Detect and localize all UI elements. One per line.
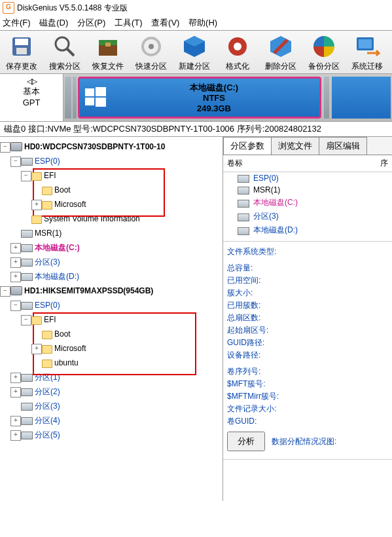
expand-icon[interactable]: +	[10, 243, 21, 253]
partition-list-item[interactable]: 本地磁盘(D:)	[223, 223, 392, 237]
collapse-icon[interactable]: −	[21, 315, 31, 325]
partition-icon	[21, 230, 33, 238]
tree-disk-hd1[interactable]: HD1:HIKSEMIT9MAXPSSD(954GB)	[24, 286, 153, 295]
prop-used-clusters: 已用簇数:	[223, 299, 392, 312]
partition-icon	[238, 175, 249, 183]
collapse-icon[interactable]: −	[0, 142, 10, 153]
analyze-button[interactable]: 分析	[227, 432, 265, 451]
disk-layout-bar: ◁▷ 基本 GPT 本地磁盘(C:) NTFS 249.3GB	[0, 74, 392, 122]
disk-map[interactable]: 本地磁盘(C:) NTFS 249.3GB	[63, 74, 392, 121]
partition-icon	[238, 213, 249, 221]
collapse-icon[interactable]: −	[21, 171, 31, 181]
partition-icon	[21, 417, 33, 425]
tab-partition-params[interactable]: 分区参数	[223, 137, 272, 155]
partition-list-item[interactable]: MSR(1)	[223, 184, 392, 196]
svg-rect-23	[96, 98, 106, 107]
tree-part-3[interactable]: 分区(3)	[35, 257, 60, 268]
expand-icon[interactable]: +	[10, 373, 21, 383]
partition-icon	[21, 302, 33, 310]
collapse-icon[interactable]: −	[10, 301, 21, 311]
partition-list-item[interactable]: 本地磁盘(C:)	[223, 196, 392, 210]
prop-used: 已用空间:	[223, 274, 392, 287]
tree-folder-microsoft[interactable]: Microsoft	[54, 200, 86, 209]
part-size: 249.3GB	[109, 103, 319, 114]
tree-part-5[interactable]: 分区(5)	[35, 430, 60, 441]
divider	[223, 241, 392, 242]
menu-disk[interactable]: 磁盘(D)	[39, 18, 68, 28]
tree-part-4[interactable]: 分区(4)	[35, 415, 60, 426]
partition-icon	[21, 158, 33, 166]
prop-guid-path: GUID路径:	[223, 337, 392, 349]
partition-icon	[21, 432, 33, 439]
tree-pane: − HD0:WDCPCSN730SDBPNTY-1T00-10 −ESP(0) …	[0, 137, 223, 501]
nav-prev-icon[interactable]: ◁	[27, 77, 31, 86]
collapse-icon[interactable]: −	[10, 157, 21, 167]
tree-part-2[interactable]: 分区(2)	[35, 386, 60, 398]
tab-sector-edit[interactable]: 扇区编辑	[319, 137, 367, 155]
tree-part-3b[interactable]: 分区(3)	[35, 401, 60, 412]
partition-box-c[interactable]: 本地磁盘(C:) NTFS 249.3GB	[78, 77, 321, 119]
recover-files-button[interactable]: 恢复文件	[86, 31, 130, 73]
folder-icon	[42, 345, 52, 354]
partition-list-item[interactable]: 分区(3)	[223, 210, 392, 223]
prop-vol-guid: 卷GUID:	[223, 415, 392, 428]
tab-browse-files[interactable]: 浏览文件	[271, 137, 319, 155]
tree-folder-microsoft1[interactable]: Microsoft	[54, 344, 86, 353]
svg-rect-21	[96, 87, 106, 96]
tree-part-1[interactable]: 分区(1)	[35, 372, 60, 383]
expand-icon[interactable]: +	[10, 257, 21, 268]
partition-list-header: 卷标 序	[223, 155, 392, 172]
backup-partition-button[interactable]: 备份分区	[302, 31, 346, 73]
quick-partition-button[interactable]: 快速分区	[130, 31, 173, 73]
partition-list-item[interactable]: ESP(0)	[223, 172, 392, 184]
tree-part-c[interactable]: 本地磁盘(C:)	[35, 242, 80, 253]
expand-icon[interactable]: +	[31, 344, 42, 354]
menu-file[interactable]: 文件(F)	[3, 18, 31, 28]
prop-device-path: 设备路径:	[223, 349, 392, 361]
tree-folder-svi[interactable]: System Volume Information	[44, 214, 140, 223]
menu-view[interactable]: 查看(V)	[151, 18, 179, 28]
title-bar: G DiskGenius V5.5.0.1488 专业版	[0, 0, 392, 16]
svg-rect-18	[359, 39, 372, 48]
format-button[interactable]: 格式化	[216, 31, 259, 73]
menu-partition[interactable]: 分区(P)	[77, 18, 105, 28]
tree-disk-hd0[interactable]: HD0:WDCPCSN730SDBPNTY-1T00-10	[24, 142, 165, 151]
folder-icon	[31, 172, 42, 181]
menu-bar: 文件(F) 磁盘(D) 分区(P) 工具(T) 查看(V) 帮助(H)	[0, 16, 392, 30]
expand-icon[interactable]: +	[10, 387, 21, 398]
tree-part-d[interactable]: 本地磁盘(D:)	[35, 271, 79, 282]
expand-icon[interactable]: +	[10, 272, 21, 282]
tree-part-esp[interactable]: ESP(0)	[35, 157, 60, 166]
tree-part-esp1[interactable]: ESP(0)	[35, 301, 60, 310]
save-changes-button[interactable]: 保存更改	[0, 31, 43, 73]
folder-icon	[42, 331, 52, 339]
toolbar: 保存更改 搜索分区 恢复文件 快速分区 新建分区 格式化 删除分区 备份分区 系…	[0, 30, 392, 74]
folder-icon	[31, 215, 42, 224]
partition-sliver[interactable]	[332, 77, 391, 119]
partition-sliver[interactable]	[73, 77, 77, 119]
nav-next-icon[interactable]: ▷	[31, 77, 36, 86]
partition-sliver[interactable]	[65, 77, 71, 119]
tree-folder-boot1[interactable]: Boot	[54, 329, 71, 339]
menu-help[interactable]: 帮助(H)	[188, 18, 217, 28]
allocation-chart-label: 数据分配情况况图:	[272, 436, 336, 447]
disk-info-line: 磁盘0 接口:NVMe 型号:WDCPCSN730SDBPNTY-1T00-10…	[0, 122, 392, 137]
tree-folder-ubuntu[interactable]: ubuntu	[54, 358, 79, 367]
app-logo-icon: G	[3, 2, 14, 14]
partition-icon	[21, 273, 33, 281]
tree-folder-boot[interactable]: Boot	[54, 185, 71, 194]
tree-folder-efi1[interactable]: EFI	[44, 315, 56, 324]
menu-tool[interactable]: 工具(T)	[115, 18, 143, 28]
delete-partition-button[interactable]: 删除分区	[259, 31, 302, 73]
search-partition-button[interactable]: 搜索分区	[43, 31, 86, 73]
tree-folder-efi[interactable]: EFI	[44, 171, 56, 180]
expand-icon[interactable]: +	[31, 200, 42, 210]
collapse-icon[interactable]: −	[0, 286, 10, 297]
tree-part-msr[interactable]: MSR(1)	[35, 229, 62, 238]
partition-sliver[interactable]	[324, 77, 329, 119]
new-partition-button[interactable]: 新建分区	[173, 31, 216, 73]
svg-rect-2	[16, 48, 27, 54]
system-migrate-button[interactable]: 系统迁移	[346, 31, 389, 73]
expand-icon[interactable]: +	[10, 430, 21, 441]
expand-icon[interactable]: +	[10, 416, 21, 426]
